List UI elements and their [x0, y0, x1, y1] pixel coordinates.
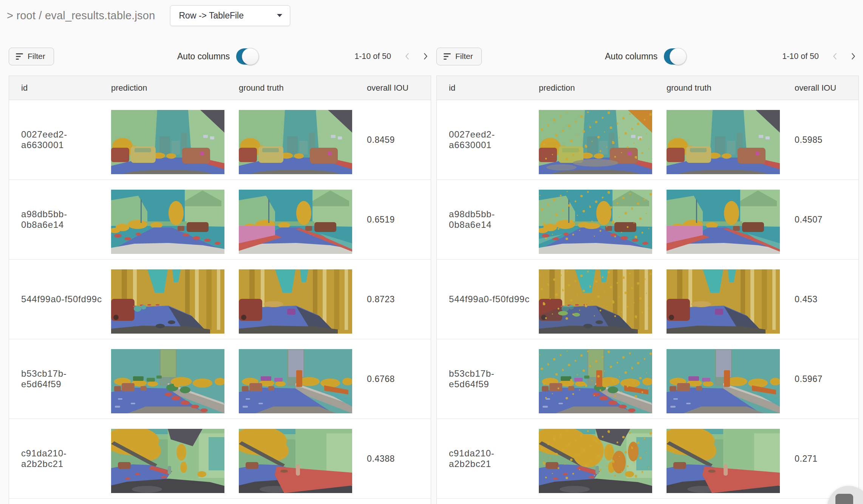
prediction-image[interactable]	[111, 429, 224, 493]
prev-page-button[interactable]	[830, 51, 840, 61]
ground-truth-image-cell[interactable]	[658, 339, 786, 419]
partial-next-row	[9, 498, 431, 504]
prediction-image-cell[interactable]	[530, 339, 658, 419]
column-header-overall-iou[interactable]: overall IOU	[358, 83, 431, 93]
auto-columns-label: Auto columns	[605, 51, 657, 62]
id-cell: c91da210-a2b2bc21	[9, 448, 102, 469]
auto-columns-toggle[interactable]	[664, 48, 685, 65]
prediction-image-cell[interactable]	[530, 100, 658, 179]
ground-truth-image[interactable]	[239, 349, 352, 413]
iou-cell: 0.5985	[786, 135, 858, 145]
iou-cell: 0.4507	[786, 215, 858, 225]
column-header-ground-truth[interactable]: ground truth	[230, 83, 358, 93]
ground-truth-image[interactable]	[667, 349, 780, 413]
prediction-image-cell[interactable]	[102, 180, 230, 259]
iou-cell: 0.6519	[358, 215, 431, 225]
ground-truth-image[interactable]	[239, 190, 352, 254]
column-header-overall-iou[interactable]: overall IOU	[786, 83, 858, 93]
chevron-right-icon	[849, 52, 857, 60]
prediction-image[interactable]	[539, 269, 652, 334]
prediction-image-cell[interactable]	[530, 180, 658, 259]
filter-button[interactable]: Filter	[9, 48, 54, 65]
ground-truth-image-cell[interactable]	[658, 100, 786, 179]
next-page-button[interactable]	[848, 51, 858, 61]
prediction-image-cell[interactable]	[530, 419, 658, 498]
ground-truth-image[interactable]	[239, 269, 352, 334]
auto-columns-toggle[interactable]	[236, 48, 258, 65]
filter-button-label: Filter	[28, 52, 45, 61]
results-table: id prediction ground truth overall IOU 0…	[436, 76, 859, 504]
prediction-image[interactable]	[539, 349, 652, 413]
ground-truth-image[interactable]	[239, 429, 352, 493]
pagination: 1-10 of 50	[782, 51, 858, 61]
prediction-image[interactable]	[111, 349, 224, 413]
toggle-knob	[242, 48, 259, 65]
ground-truth-image[interactable]	[667, 190, 780, 254]
iou-cell: 0.8459	[358, 135, 431, 145]
table-panels: Filter Auto columns 1-10 of 50 id predic…	[0, 26, 863, 504]
toggle-knob	[670, 48, 687, 65]
iou-cell: 0.453	[786, 294, 858, 305]
ground-truth-image-cell[interactable]	[658, 260, 786, 339]
table-row: 0027eed2-a6630001 0.8459	[9, 100, 431, 179]
pagination: 1-10 of 50	[354, 51, 430, 61]
ground-truth-image-cell[interactable]	[658, 180, 786, 259]
ground-truth-image-cell[interactable]	[658, 419, 786, 498]
prediction-image-cell[interactable]	[102, 260, 230, 339]
ground-truth-image-cell[interactable]	[230, 419, 358, 498]
chevron-down-icon	[277, 14, 282, 17]
table-row: b53cb17b-e5d64f59 0.5967	[437, 339, 858, 419]
prediction-image-cell[interactable]	[102, 100, 230, 179]
prediction-image-cell[interactable]	[102, 419, 230, 498]
topbar: > root / eval_results.table.json Row -> …	[0, 0, 863, 26]
prediction-image[interactable]	[539, 190, 652, 254]
partial-next-row	[437, 498, 858, 504]
panel-controls: Filter Auto columns 1-10 of 50	[436, 47, 859, 65]
prediction-image[interactable]	[111, 269, 224, 334]
ground-truth-image[interactable]	[667, 110, 780, 174]
row-type-select-value: Row -> TableFile	[179, 11, 277, 21]
iou-cell: 0.6768	[358, 374, 431, 384]
table-row: b53cb17b-e5d64f59 0.6768	[9, 339, 431, 419]
id-cell: b53cb17b-e5d64f59	[437, 368, 530, 390]
table-row: 544f99a0-f50fd99c 0.453	[437, 259, 858, 339]
column-header-id[interactable]: id	[9, 83, 102, 93]
iou-cell: 0.8723	[358, 294, 431, 305]
rounded-square-icon	[835, 494, 853, 504]
ground-truth-image[interactable]	[239, 110, 352, 174]
column-header-ground-truth[interactable]: ground truth	[658, 83, 786, 93]
chevron-left-icon	[403, 52, 411, 60]
table-panel: Filter Auto columns 1-10 of 50 id predic…	[9, 26, 431, 504]
ground-truth-image[interactable]	[667, 429, 780, 493]
ground-truth-image-cell[interactable]	[230, 339, 358, 419]
id-cell: 0027eed2-a6630001	[437, 129, 530, 150]
panel-controls: Filter Auto columns 1-10 of 50	[9, 47, 431, 65]
prediction-image[interactable]	[111, 110, 224, 174]
filter-icon	[16, 53, 23, 60]
id-cell: b53cb17b-e5d64f59	[9, 368, 102, 390]
table-row: 544f99a0-f50fd99c 0.8723	[9, 259, 431, 339]
row-type-select[interactable]: Row -> TableFile	[170, 5, 290, 26]
prediction-image[interactable]	[539, 110, 652, 174]
prediction-image[interactable]	[539, 429, 652, 493]
table-row: a98db5bb-0b8a6e14 0.4507	[437, 179, 858, 259]
iou-cell: 0.4388	[358, 454, 431, 464]
prev-page-button[interactable]	[402, 51, 412, 61]
filter-button[interactable]: Filter	[436, 48, 482, 65]
column-header-prediction[interactable]: prediction	[102, 83, 230, 93]
prediction-image[interactable]	[111, 190, 224, 254]
table-header: id prediction ground truth overall IOU	[9, 76, 431, 100]
column-header-prediction[interactable]: prediction	[530, 83, 658, 93]
ground-truth-image-cell[interactable]	[230, 100, 358, 179]
breadcrumb[interactable]: > root / eval_results.table.json	[7, 9, 155, 22]
next-page-button[interactable]	[421, 51, 430, 61]
chevron-left-icon	[831, 52, 839, 60]
prediction-image-cell[interactable]	[102, 339, 230, 419]
column-header-id[interactable]: id	[437, 83, 530, 93]
ground-truth-image[interactable]	[667, 269, 780, 334]
ground-truth-image-cell[interactable]	[230, 180, 358, 259]
table-header: id prediction ground truth overall IOU	[437, 76, 858, 100]
ground-truth-image-cell[interactable]	[230, 260, 358, 339]
chevron-right-icon	[421, 52, 430, 60]
prediction-image-cell[interactable]	[530, 260, 658, 339]
